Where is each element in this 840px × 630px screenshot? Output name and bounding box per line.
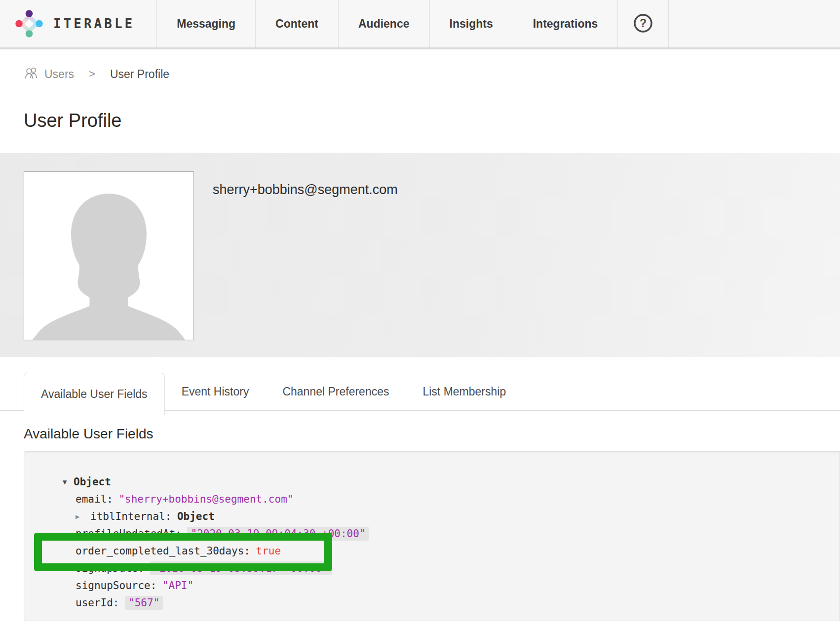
nav-item-audience[interactable]: Audience [338,0,429,47]
field-key: email: [76,493,113,505]
fields-tree-rows: email:"sherry+bobbins@segment.com"▶itblI… [24,491,840,612]
field-row-email: email:"sherry+bobbins@segment.com" [24,491,840,508]
breadcrumb-separator: > [89,68,95,80]
field-value: Object [177,511,215,522]
nav-item-content[interactable]: Content [255,0,338,47]
field-row-signupsource: signupSource:"API" [24,577,840,594]
field-key: order_completed_last_30days: [76,545,250,557]
field-key: signupDate: [76,562,144,574]
field-row-root-object: ▼Object [24,473,840,491]
question-mark-circle-icon: ? [632,12,654,36]
tab-content: Available User Fields ▼Object email:"she… [0,427,840,621]
breadcrumb-users-link[interactable]: Users [24,66,74,82]
breadcrumb: Users > User Profile [24,67,840,81]
expand-arrow-icon[interactable]: ▶ [76,508,90,525]
field-value: "2020-03-19 03:39:17 +00:00" [150,561,332,575]
users-icon [24,66,39,82]
nav-item-insights[interactable]: Insights [429,0,513,47]
field-value: "2020-03-19 09:04:30 +00:00" [187,527,369,541]
field-key: itblInternal: [90,511,171,522]
breadcrumb-users-label: Users [44,68,74,81]
tab-event-history[interactable]: Event History [165,373,266,411]
field-value: true [256,545,281,557]
nav-item-messaging[interactable]: Messaging [156,0,255,47]
user-fields-tree: ▼Object email:"sherry+bobbins@segment.co… [24,451,840,621]
field-row-userid: userId:"567" [24,594,840,612]
field-key: userId: [76,597,119,609]
field-key: signupSource: [76,580,156,591]
profile-email: sherry+bobbins@segment.com [213,182,398,197]
field-row-itblinternal: ▶itblInternal:Object [24,508,840,525]
tab-available-user-fields[interactable]: Available User Fields [24,373,165,415]
svg-text:?: ? [640,17,647,30]
avatar [24,171,194,340]
field-value: "API" [162,580,193,591]
field-row-profileupdatedat: profileUpdatedAt:"2020-03-19 09:04:30 +0… [24,525,840,543]
field-key: profileUpdatedAt: [76,528,182,540]
field-row-signupdate: signupDate:"2020-03-19 03:39:17 +00:00" [24,560,840,577]
profile-tabs: Available User FieldsEvent HistoryChanne… [0,373,840,411]
collapse-arrow-icon[interactable]: ▼ [63,473,74,491]
tab-list-membership[interactable]: List Membership [406,373,523,411]
iterable-home-link[interactable]: ITERABLE [0,0,156,47]
field-row-order-completed-last-30days: order_completed_last_30days:true [24,543,840,560]
top-navigation: ITERABLE MessagingContentAudienceInsight… [0,0,840,49]
profile-summary: sherry+bobbins@segment.com [0,153,840,357]
root-object-label: Object [74,476,111,488]
page-title: User Profile [24,110,840,131]
person-silhouette-icon [24,172,193,340]
tab-channel-preferences[interactable]: Channel Preferences [266,373,406,411]
breadcrumb-current: User Profile [110,68,169,81]
primary-nav: MessagingContentAudienceInsightsIntegrat… [156,0,617,47]
section-heading: Available User Fields [24,427,840,441]
field-value: "sherry+bobbins@segment.com" [118,493,293,505]
brand-wordmark: ITERABLE [53,16,135,31]
iterable-logo-icon [13,7,45,40]
nav-item-integrations[interactable]: Integrations [513,0,618,47]
help-button[interactable]: ? [617,0,669,47]
field-value: "567" [125,596,163,610]
